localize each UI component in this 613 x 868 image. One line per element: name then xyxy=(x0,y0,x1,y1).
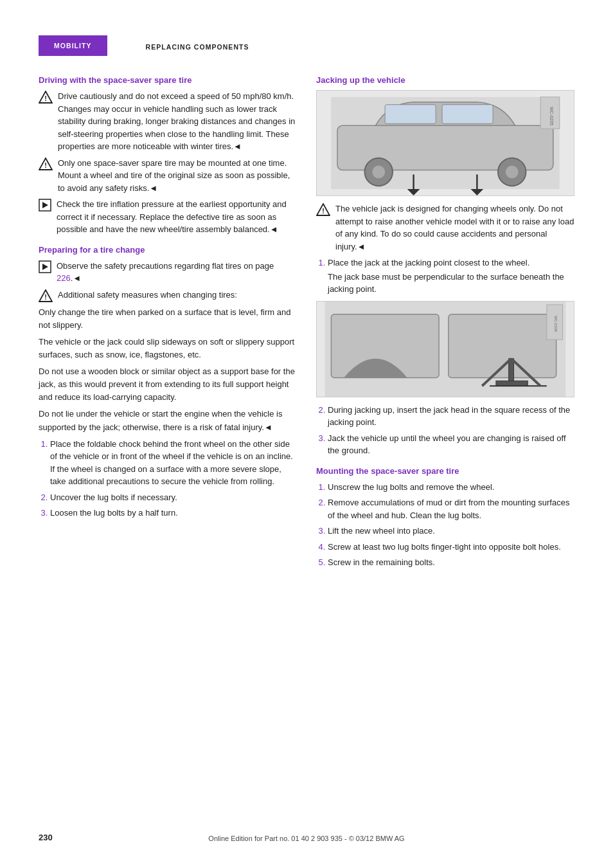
svg-rect-16 xyxy=(385,105,436,124)
mounting-steps-list: Unscrew the lug bolts and remove the whe… xyxy=(316,481,574,569)
note-icon-1 xyxy=(39,199,51,212)
body-text-3: Do not use a wooden block or similar obj… xyxy=(39,365,297,404)
mounting-step-3-text: Lift the new wheel into place. xyxy=(328,526,435,536)
jacking-steps-list: Place the jack at the jacking point clos… xyxy=(316,257,574,296)
preparing-step-2: Uncover the lug bolts if necessary. xyxy=(50,491,297,504)
svg-marker-21 xyxy=(471,189,484,195)
svg-text:!: ! xyxy=(44,293,47,301)
jacking-step-3: Jack the vehicle up until the wheel you … xyxy=(328,432,574,457)
note-text-1: Check the tire inflation pressure at the… xyxy=(57,198,297,236)
warning-block-2: ! Only one space-saver spare tire may be… xyxy=(39,157,297,195)
warning-block-right-1: ! The vehicle jack is designed for chang… xyxy=(316,203,574,253)
mounting-step-1: Unscrew the lug bolts and remove the whe… xyxy=(328,481,574,494)
jack-image: WC-0206 xyxy=(316,301,574,397)
page-link-226[interactable]: 226 xyxy=(57,273,71,283)
warning-icon-1: ! xyxy=(39,91,53,104)
mounting-step-1-text: Unscrew the lug bolts and remove the whe… xyxy=(328,482,494,492)
body-text-1: Only change the tire when parked on a su… xyxy=(39,306,297,332)
preparing-steps-list: Place the foldable chock behind the fron… xyxy=(39,438,297,520)
svg-text:!: ! xyxy=(44,161,47,169)
header-gap xyxy=(107,35,146,56)
left-column: Driving with the space-saver spare tire … xyxy=(39,75,297,575)
warning-icon-3: ! xyxy=(39,289,53,302)
warning-text-3: Additional safety measures when changing… xyxy=(58,289,297,302)
svg-point-15 xyxy=(506,166,519,179)
warning-icon-2: ! xyxy=(39,158,53,170)
footer-text: Online Edition for Part no. 01 40 2 903 … xyxy=(0,835,613,842)
body-text-2: The vehicle or the jack could slip sidew… xyxy=(39,336,297,361)
svg-rect-30 xyxy=(496,381,528,386)
body-text-4: Do not lie under the vehicle or start th… xyxy=(39,408,297,433)
section-jacking: Jacking up the vehicle xyxy=(316,75,574,457)
warning-text-1: Drive cautiously and do not exceed a spe… xyxy=(58,90,297,153)
mounting-step-5-text: Screw in the remaining bolts. xyxy=(328,557,435,567)
svg-point-13 xyxy=(372,166,385,179)
preparing-step-1: Place the foldable chock behind the fron… xyxy=(50,438,297,488)
section-preparing-heading: Preparing for a tire change xyxy=(39,245,297,255)
warning-text-2: Only one space-saver spare tire may be m… xyxy=(58,157,297,195)
jacking-step-1-text: Place the jack at the jacking point clos… xyxy=(328,258,529,267)
svg-marker-7 xyxy=(42,264,48,270)
section-preparing: Preparing for a tire change Observe the … xyxy=(39,245,297,520)
section-mounting-heading: Mounting the space-saver spare tire xyxy=(316,466,574,476)
jacking-step-2-text: During jacking up, insert the jack head … xyxy=(328,405,570,428)
section-driving: Driving with the space-saver spare tire … xyxy=(39,75,297,236)
svg-rect-17 xyxy=(442,105,493,124)
svg-rect-29 xyxy=(509,358,514,383)
svg-marker-19 xyxy=(407,189,420,195)
preparing-step-3: Loosen the lug bolts by a half turn. xyxy=(50,507,297,520)
note-block-2: Observe the safety precautions regarding… xyxy=(39,260,297,285)
jacking-step-1: Place the jack at the jacking point clos… xyxy=(328,257,574,296)
preparing-step-3-text: Loosen the lug bolts by a half turn. xyxy=(50,508,178,518)
note-icon-2 xyxy=(39,260,51,273)
svg-text:WC-0205: WC-0205 xyxy=(549,107,554,125)
note-block-1: Check the tire inflation pressure at the… xyxy=(39,198,297,236)
section-label: REPLACING COMPONENTS xyxy=(146,35,249,56)
jacking-step-2: During jacking up, insert the jack head … xyxy=(328,404,574,429)
mounting-step-4: Screw at least two lug bolts finger-tigh… xyxy=(328,541,574,554)
warning-block-1: ! Drive cautiously and do not exceed a s… xyxy=(39,90,297,153)
mounting-step-2-text: Remove accumulations of mud or dirt from… xyxy=(328,498,569,520)
preparing-step-2-text: Uncover the lug bolts if necessary. xyxy=(50,493,177,502)
svg-text:!: ! xyxy=(322,207,324,215)
mounting-step-2: Remove accumulations of mud or dirt from… xyxy=(328,496,574,521)
section-mounting: Mounting the space-saver spare tire Unsc… xyxy=(316,466,574,569)
section-driving-heading: Driving with the space-saver spare tire xyxy=(39,75,297,85)
mounting-step-3: Lift the new wheel into place. xyxy=(328,525,574,538)
jacking-step-3-text: Jack the vehicle up until the wheel you … xyxy=(328,433,566,456)
jacking-steps-list-2: During jacking up, insert the jack head … xyxy=(316,404,574,457)
mounting-step-4-text: Screw at least two lug bolts finger-tigh… xyxy=(328,542,561,552)
note-text-2: Observe the safety precautions regarding… xyxy=(57,260,297,285)
jacking-step-1-sub: The jack base must be perpendicular to t… xyxy=(328,271,574,296)
warning-block-3: ! Additional safety measures when changi… xyxy=(39,289,297,302)
preparing-step-1-text: Place the foldable chock behind the fron… xyxy=(50,439,293,487)
mobility-tab: MOBILITY xyxy=(39,35,107,56)
section-jacking-heading: Jacking up the vehicle xyxy=(316,75,574,85)
header-bar: MOBILITY REPLACING COMPONENTS xyxy=(0,35,613,56)
mounting-step-5: Screw in the remaining bolts. xyxy=(328,556,574,569)
svg-marker-5 xyxy=(42,202,48,208)
car-jacking-image: WC-0205 xyxy=(316,90,574,196)
warning-icon-right-1: ! xyxy=(316,203,330,216)
svg-text:!: ! xyxy=(44,95,47,102)
warning-text-right-1: The vehicle jack is designed for changin… xyxy=(335,203,574,253)
main-content: Driving with the space-saver spare tire … xyxy=(0,75,613,575)
right-column: Jacking up the vehicle xyxy=(316,75,574,575)
svg-text:WC-0206: WC-0206 xyxy=(554,316,558,332)
